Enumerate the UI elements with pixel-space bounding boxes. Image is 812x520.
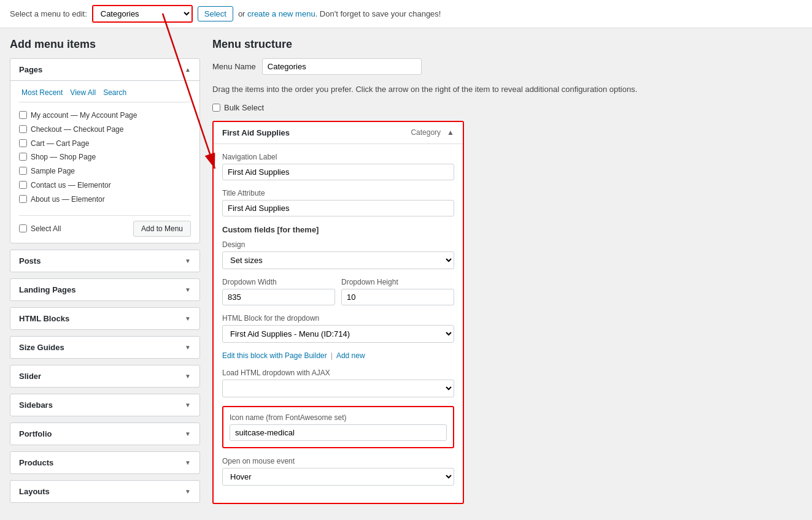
design-label: Design (222, 240, 454, 249)
title-attribute-label: Title Attribute (222, 189, 454, 197)
or-text: or create a new menu. Don't forget to sa… (238, 9, 441, 18)
select-all-checkbox[interactable] (19, 224, 27, 232)
slider-title: Slider (19, 372, 41, 381)
dropdown-height-input[interactable] (341, 289, 454, 305)
main-content: Add menu items Pages ▲ Most Recent View … (0, 28, 812, 519)
menu-item-header[interactable]: First Aid Supplies Category ▲ (214, 122, 463, 144)
landing-pages-accordion: Landing Pages ▼ (10, 278, 200, 301)
portfolio-title: Portfolio (19, 429, 52, 438)
divider (19, 215, 191, 216)
slider-accordion-header[interactable]: Slider ▼ (10, 365, 199, 387)
posts-arrow: ▼ (185, 258, 191, 264)
dropdown-height-label: Dropdown Height (341, 278, 454, 286)
size-guides-accordion-header[interactable]: Size Guides ▼ (10, 337, 199, 358)
top-bar: Select a menu to edit: Categories Main M… (0, 0, 812, 28)
page-label-contact: Contact us — Elementor (31, 180, 111, 191)
page-label-shop: Shop — Shop Page (31, 152, 96, 162)
tab-search[interactable]: Search (101, 87, 129, 98)
page-checkbox-shop[interactable] (19, 153, 27, 161)
sidebars-arrow: ▼ (185, 402, 191, 408)
right-panel: Menu structure Menu Name Drag the items … (212, 38, 802, 509)
design-group: Design Set sizes Default Full Width (222, 240, 454, 269)
icon-field-input[interactable] (230, 424, 447, 441)
list-item: Sample Page (19, 164, 191, 178)
menu-item-body: Navigation Label Title Attribute Custom … (214, 144, 463, 503)
slider-accordion: Slider ▼ (10, 365, 200, 388)
landing-pages-accordion-header[interactable]: Landing Pages ▼ (10, 279, 199, 300)
add-menu-items-title: Add menu items (10, 38, 200, 51)
html-blocks-title: HTML Blocks (19, 314, 69, 323)
dropdown-width-input[interactable] (222, 289, 335, 305)
page-label-sample: Sample Page (31, 166, 75, 177)
html-blocks-accordion: HTML Blocks ▼ (10, 307, 200, 330)
add-to-menu-button[interactable]: Add to Menu (133, 221, 191, 237)
pages-checkbox-list: My account — My Account Page Checkout — … (19, 109, 191, 207)
page-label-about: About us — Elementor (31, 194, 105, 205)
page-checkbox-cart[interactable] (19, 139, 27, 147)
sidebars-title: Sidebars (19, 400, 53, 410)
page-checkbox-contact[interactable] (19, 181, 27, 189)
ajax-select[interactable]: Yes No (222, 380, 454, 397)
menu-item-card: First Aid Supplies Category ▲ Navigation… (212, 121, 464, 504)
menu-item-collapse-arrow: ▲ (447, 128, 454, 137)
list-item: Checkout — Checkout Page (19, 123, 191, 137)
nav-label-group: Navigation Label (222, 153, 454, 180)
add-new-link[interactable]: Add new (336, 351, 365, 360)
slider-arrow: ▼ (185, 373, 191, 380)
pages-accordion: Pages ▲ Most Recent View All Search My a… (10, 58, 200, 243)
list-item: Cart — Cart Page (19, 137, 191, 151)
layouts-title: Layouts (19, 487, 50, 496)
size-guides-accordion: Size Guides ▼ (10, 336, 200, 359)
tab-most-recent[interactable]: Most Recent (19, 87, 65, 98)
pages-title: Pages (19, 65, 42, 74)
html-blocks-arrow: ▼ (185, 315, 191, 322)
menu-name-input[interactable] (262, 58, 422, 75)
bulk-select-button[interactable]: Bulk Select (212, 103, 264, 112)
pages-tabs: Most Recent View All Search (19, 87, 191, 102)
custom-fields-title: Custom fields [for theme] (222, 225, 454, 234)
page-label-myaccount: My account — My Account Page (31, 110, 137, 121)
products-accordion: Products ▼ (10, 451, 200, 474)
tab-view-all[interactable]: View All (68, 87, 98, 98)
instruction-text: Drag the items into the order you prefer… (212, 83, 802, 96)
open-event-select[interactable]: Hover Click (222, 468, 454, 486)
bulk-select-label: Bulk Select (224, 103, 264, 112)
menu-item-header-right: Category ▲ (411, 128, 454, 137)
html-block-select[interactable]: First Aid Supplies - Menu (ID:714) None (222, 325, 454, 343)
create-new-menu-link[interactable]: create a new menu (247, 9, 315, 18)
bulk-select-checkbox[interactable] (212, 104, 220, 112)
title-attribute-group: Title Attribute (222, 189, 454, 216)
html-block-label: HTML Block for the dropdown (222, 314, 454, 323)
pages-accordion-header[interactable]: Pages ▲ (10, 59, 199, 81)
left-panel: Add menu items Pages ▲ Most Recent View … (10, 38, 200, 509)
title-attribute-input[interactable] (222, 200, 454, 216)
dropdown-width-label: Dropdown Width (222, 278, 335, 286)
bottom-actions: Select All Add to Menu (19, 221, 191, 237)
html-block-group: HTML Block for the dropdown First Aid Su… (222, 314, 454, 343)
ajax-label: Load HTML dropdown with AJAX (222, 369, 454, 377)
list-item: My account — My Account Page (19, 109, 191, 123)
select-button[interactable]: Select (198, 6, 233, 21)
posts-accordion-header[interactable]: Posts ▼ (10, 250, 199, 272)
menu-item-type: Category (411, 128, 441, 137)
page-checkbox-checkout[interactable] (19, 125, 27, 133)
edit-block-links: Edit this block with Page Builder | Add … (222, 351, 454, 360)
layouts-accordion-header[interactable]: Layouts ▼ (10, 481, 199, 502)
edit-block-link[interactable]: Edit this block with Page Builder (222, 351, 327, 360)
pages-list-wrapper: My account — My Account Page Checkout — … (19, 109, 191, 212)
icon-field-box: Icon name (from FontAwesome set) (222, 406, 454, 448)
html-blocks-accordion-header[interactable]: HTML Blocks ▼ (10, 308, 199, 329)
dropdown-width-group: Dropdown Width (222, 278, 335, 305)
design-select[interactable]: Set sizes Default Full Width (222, 251, 454, 269)
menu-select[interactable]: Categories Main Menu Footer Menu (93, 6, 191, 21)
icon-field-label: Icon name (from FontAwesome set) (230, 413, 447, 422)
size-guides-title: Size Guides (19, 343, 64, 352)
portfolio-accordion-header[interactable]: Portfolio ▼ (10, 423, 199, 445)
page-checkbox-about[interactable] (19, 195, 27, 203)
sidebars-accordion-header[interactable]: Sidebars ▼ (10, 394, 199, 416)
nav-label-input[interactable] (222, 164, 454, 180)
page-checkbox-myaccount[interactable] (19, 111, 27, 119)
products-arrow: ▼ (185, 459, 191, 466)
products-accordion-header[interactable]: Products ▼ (10, 452, 199, 473)
page-checkbox-sample[interactable] (19, 167, 27, 175)
